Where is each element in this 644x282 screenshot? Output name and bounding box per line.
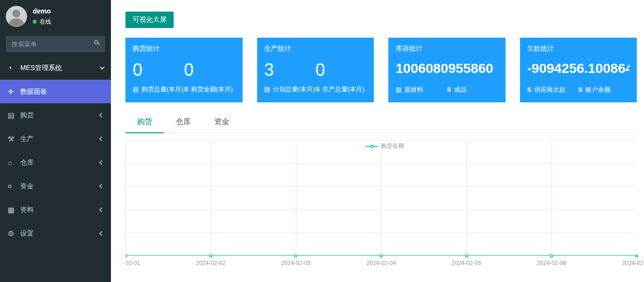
avatar — [6, 6, 27, 27]
x-axis-label: 2024-02-03 — [281, 260, 311, 267]
legend-label: 购货金额 — [381, 142, 404, 150]
data-point-marker[interactable] — [125, 254, 127, 258]
sidebar-item-label: 资金 — [20, 182, 100, 191]
metric-value: 0 — [184, 60, 235, 80]
chevron-left-icon — [99, 113, 104, 118]
sidebar-menu: ◔ MES管理系统 ✈ 数据面板 ▤ 购货 ⚒ 生产 ⌂ 仓库 ¤ 资金 — [0, 56, 111, 245]
stat-card-production: 生产统计 3 ▤计划总量(本月) 0 S生产总量(本月) — [257, 38, 374, 102]
data-point-marker[interactable] — [294, 254, 298, 258]
funds-icon: ¤ — [8, 182, 20, 190]
send-icon: ✈ — [8, 87, 20, 96]
chevron-left-icon — [99, 184, 104, 189]
card-big-value: 1006080955860 — [396, 61, 498, 76]
sidebar-item-label: 资料 — [20, 206, 100, 214]
card-title: 生产统计 — [264, 44, 367, 53]
money-icon: S — [578, 86, 583, 93]
data-point-marker[interactable] — [550, 254, 553, 258]
x-axis-label: 2024-02-02 — [196, 260, 225, 267]
menu-search — [6, 36, 105, 52]
card-big-value: -9094256.1008644 — [527, 61, 630, 76]
x-axis-label: 2024-02-05 — [452, 260, 481, 267]
metric-value: 0 — [133, 60, 184, 80]
chevron-down-icon — [100, 65, 105, 70]
sidebar-item-label: 仓库 — [20, 158, 100, 167]
metric-label: ▤原材料 — [396, 85, 447, 95]
metric-label: ▤计划总量(本月) — [264, 85, 315, 94]
data-point-marker[interactable] — [209, 254, 212, 258]
user-name: demo — [33, 7, 51, 15]
search-icon[interactable] — [94, 40, 98, 44]
stat-card-debt: 欠款统计 -9094256.1008644 S供应商欠款 S账户余额 — [520, 38, 637, 102]
metric-label: S购货金额(本月) — [184, 85, 235, 94]
warehouse-icon: ⌂ — [8, 158, 20, 167]
metric-label: ▤购货总量(本月) — [133, 85, 184, 94]
card-title: 欠款统计 — [527, 44, 630, 53]
metric-label: S供应商欠款 — [527, 85, 578, 95]
metric-label: S账户余额 — [578, 85, 630, 95]
purchase-chart: 购货金额 2024-02-012024-02-022024-02-032024-… — [125, 140, 644, 271]
settings-icon: ⚙ — [8, 229, 20, 238]
dashboard-icon: ◔ — [8, 64, 20, 72]
data-point-marker[interactable] — [465, 254, 468, 258]
chart-plot-area — [125, 140, 637, 256]
stat-card-inventory: 库存统计 1006080955860 ▤原材料 S成品 — [388, 38, 506, 102]
database-icon: ▤ — [264, 85, 270, 93]
user-info: demo 在线 — [33, 7, 51, 26]
data-point-marker[interactable] — [635, 254, 639, 258]
money-icon: S — [315, 85, 320, 93]
search-input[interactable] — [6, 36, 105, 52]
online-status-dot — [33, 20, 37, 24]
tab-purchase[interactable]: 购货 — [125, 113, 164, 133]
big-screen-button[interactable]: 可视化大屏 — [125, 12, 174, 28]
metric-label: S生产总量(本月) — [315, 85, 367, 94]
sidebar-item-data-panel[interactable]: ✈ 数据面板 — [0, 80, 111, 103]
data-point-marker[interactable] — [380, 254, 383, 258]
chevron-left-icon — [99, 137, 104, 141]
x-axis-label: 2024-02-01 — [125, 260, 140, 267]
main-content: 可视化大屏 购货统计 0 ▤购货总量(本月) 0 S购货金额(本月) — [111, 0, 644, 282]
sidebar-item-production[interactable]: ⚒ 生产 — [0, 127, 111, 151]
production-icon: ⚒ — [8, 135, 20, 143]
chevron-left-icon — [99, 231, 104, 236]
metric-value: 0 — [315, 60, 367, 80]
stat-cards: 购货统计 0 ▤购货总量(本月) 0 S购货金额(本月) 生产统计 — [125, 38, 637, 102]
sidebar-item-funds[interactable]: ¤ 资金 — [0, 174, 111, 198]
x-axis-label: 2024-02-04 — [366, 260, 396, 267]
sidebar-item-label: MES管理系统 — [20, 64, 100, 72]
sidebar-item-purchase[interactable]: ▤ 购货 — [0, 103, 111, 127]
x-axis-label: 2024-02-06 — [537, 260, 566, 267]
tab-funds[interactable]: 资金 — [203, 113, 241, 133]
materials-icon: ▦ — [8, 206, 20, 214]
money-icon: S — [447, 86, 451, 93]
purchase-icon: ▤ — [8, 111, 20, 120]
sidebar-item-mes-system[interactable]: ◔ MES管理系统 — [0, 56, 111, 80]
stat-card-purchase: 购货统计 0 ▤购货总量(本月) 0 S购货金额(本月) — [125, 38, 243, 102]
card-title: 库存统计 — [396, 44, 498, 53]
sidebar-item-label: 设置 — [20, 229, 100, 238]
sidebar: demo 在线 ◔ MES管理系统 ✈ 数据面板 ▤ 购货 ⚒ 生产 — [0, 0, 111, 282]
chevron-left-icon — [99, 208, 104, 212]
money-icon: S — [184, 85, 188, 93]
card-title: 购货统计 — [133, 44, 235, 53]
sidebar-item-label: 购货 — [20, 111, 100, 120]
metric-label: S成品 — [447, 85, 498, 95]
sidebar-item-label: 生产 — [20, 135, 100, 143]
user-status-label: 在线 — [40, 18, 51, 26]
chevron-left-icon — [99, 160, 104, 165]
sidebar-item-warehouse[interactable]: ⌂ 仓库 — [0, 151, 111, 174]
tab-warehouse[interactable]: 仓库 — [164, 113, 203, 133]
chart-legend[interactable]: 购货金额 — [364, 142, 406, 150]
x-axis-label: 2024-02-07 — [622, 260, 644, 267]
database-icon: ▤ — [396, 86, 401, 93]
metric-value: 3 — [264, 60, 315, 80]
x-axis-labels: 2024-02-012024-02-022024-02-032024-02-04… — [125, 260, 637, 270]
database-icon: ▤ — [133, 85, 138, 93]
legend-line-icon — [366, 146, 378, 147]
chart-tabs: 购货 仓库 资金 — [125, 113, 637, 133]
money-icon: S — [527, 86, 532, 93]
sidebar-item-label: 数据面板 — [20, 87, 103, 96]
sidebar-item-settings[interactable]: ⚙ 设置 — [0, 222, 111, 245]
user-panel: demo 在线 — [0, 0, 111, 32]
sidebar-item-materials[interactable]: ▦ 资料 — [0, 198, 111, 222]
